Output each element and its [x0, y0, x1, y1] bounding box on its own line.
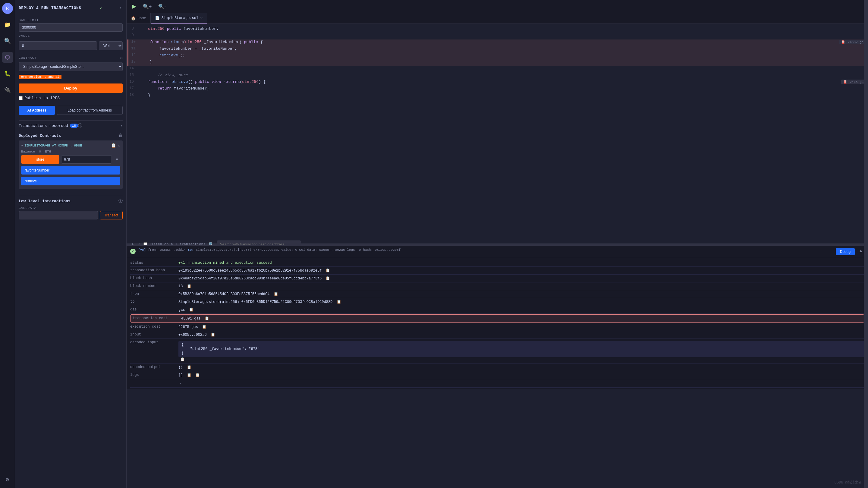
copy-blockhash-icon[interactable]: 📋 [326, 276, 330, 281]
right-scrollbar[interactable] [864, 0, 868, 488]
tab-simplestorage[interactable]: 📄 SimpleStorage.sol ✕ [151, 13, 207, 24]
at-address-button[interactable]: At Address [19, 106, 55, 115]
copy-transaction-cost-icon[interactable]: 📋 [205, 316, 209, 321]
watermark: CSDN @纯洁之者 [835, 480, 862, 485]
copy-blocknumber-icon[interactable]: 📋 [187, 284, 191, 288]
tx-row-blocknumber: block number 18 📋 [130, 282, 864, 290]
plugin-icon[interactable]: 🔌 [2, 84, 13, 95]
left-panel: DEPLOY & RUN TRANSACTIONS ✓ › GAS LIMIT … [15, 0, 127, 488]
calldata-row: Transact [19, 211, 123, 219]
tx-to-label: to: [188, 248, 194, 252]
debug-icon[interactable]: 🐛 [2, 68, 13, 79]
zoom-out-button[interactable]: 🔍- [156, 2, 167, 10]
sol-tab-close[interactable]: ✕ [200, 16, 203, 21]
value-unit-select[interactable]: Wei Gwei Finney Ether [99, 41, 123, 50]
to-value: SimpleStorage.store(uint256) 0x5FD6e855D… [179, 300, 333, 304]
tx-to-text: SimpleStorage.store(uint256) 0x5FD...9d8… [195, 248, 281, 252]
code-line-14: 14 [127, 66, 868, 73]
tx-log-entry: ✓ [vm] from: 0x5B3...eddC4 to: SimpleSto… [127, 246, 868, 258]
publish-checkbox[interactable] [19, 96, 23, 100]
deploy-button[interactable]: Deploy [19, 84, 123, 93]
info-icon: ⓘ [78, 123, 82, 128]
copy-to-icon[interactable]: 📋 [337, 300, 341, 304]
gas-limit-input[interactable] [19, 23, 123, 32]
tx-row-expand: › [130, 379, 864, 388]
store-expand-btn[interactable]: ▼ [114, 156, 120, 163]
block-hash-value: 0x4eabf2c5dab54f20f97d23e5d80263cacc993b… [179, 276, 321, 281]
sol-tab-label: SimpleStorage.sol [161, 16, 198, 20]
debug-button[interactable]: Debug [836, 248, 855, 255]
code-line-16: 16 function retrieve() public view retur… [127, 79, 868, 86]
panel-expand-btn[interactable]: › [119, 5, 123, 10]
copy-txhash-icon[interactable]: 📋 [326, 269, 330, 273]
favorite-number-button[interactable]: favoriteNumber [21, 166, 120, 175]
home-tab-label: Home [137, 16, 146, 21]
gas-limit-label: GAS LIMIT [19, 19, 123, 22]
copy-decoded-input-icon[interactable]: 📋 [180, 358, 185, 362]
transactions-expand-icon[interactable]: › [120, 123, 123, 128]
tx-row-gas: gas gas 📋 [130, 306, 864, 314]
value-input[interactable] [19, 41, 97, 50]
tx-row-input: input 0x605...002a6 📋 [130, 331, 864, 339]
code-line-13: 13 } [127, 59, 868, 66]
deployed-contract-name: SIMPLESTORAGE AT 0X5FD...9D8E [24, 144, 82, 147]
copy-input-icon[interactable]: 📋 [211, 333, 215, 337]
evm-version-text: evm version: shanghai [19, 75, 61, 79]
contract-item: ▼ SIMPLESTORAGE AT 0X5FD...9D8E 📋 ✕ Bala… [19, 141, 123, 189]
tx-row-decoded-input: decoded input { "uint256 _favoriteNumber… [130, 339, 864, 364]
store-function-row: store ▼ [21, 155, 120, 164]
chevron-down-icon[interactable]: ▼ [21, 144, 23, 147]
code-line-18: 18 } [127, 93, 868, 99]
tx-row-to: to SimpleStorage.store(uint256) 0x5FD6e8… [130, 298, 864, 306]
run-button[interactable]: ▶ [130, 2, 138, 11]
transact-button[interactable]: Transact [100, 211, 123, 219]
contract-section: CONTRACT ↻ SimpleStorage - contract/Simp… [19, 55, 123, 71]
retrieve-button[interactable]: retrieve [21, 177, 120, 185]
main-area: ▶ 🔍+ 🔍- 🏠 Home 📄 SimpleStorage.sol ✕ 8 u… [127, 0, 868, 488]
settings-icon[interactable]: ⚙ [2, 474, 13, 485]
code-line-12: 12 retrieve(); [127, 53, 868, 59]
load-contract-button[interactable]: Load contract from Address [57, 106, 123, 115]
gas-value: gas [179, 308, 185, 312]
tx-expand-btn[interactable]: › [179, 381, 182, 386]
low-level-title: Low level interactions [19, 199, 70, 204]
tx-entry-expand-btn[interactable]: ▲ [857, 248, 864, 253]
decoded-input-value: { "uint256 _favoriteNumber": "678"} [179, 341, 864, 357]
copy-gas-icon[interactable]: 📋 [189, 308, 193, 312]
contract-item-header: ▼ SIMPLESTORAGE AT 0X5FD...9D8E 📋 ✕ [21, 143, 120, 148]
delete-contracts-icon[interactable]: 🗑 [119, 133, 123, 138]
tx-hash-value: 0x193c622ee76500c3eee2458b5cd3576a17fb26… [179, 269, 321, 273]
copy-logs-icon[interactable]: 📋 [187, 373, 191, 377]
contract-select[interactable]: SimpleStorage - contract/SimpleStor... [19, 62, 123, 71]
tab-home[interactable]: 🏠 Home [127, 13, 151, 24]
copy-decoded-output-icon[interactable]: 📋 [187, 365, 191, 370]
calldata-input[interactable] [19, 211, 98, 219]
editor-area: 8 uint256 public favoriteNumber; 9 10 fu… [127, 24, 868, 244]
address-row: At Address Load contract from Address [19, 106, 123, 115]
file-explorer-icon[interactable]: 📁 [2, 19, 13, 30]
deploy-icon[interactable]: ⬡ [2, 52, 13, 63]
tx-row-blockhash: block hash 0x4eabf2c5dab54f20f97d23e5d80… [130, 275, 864, 282]
tx-row-status: status 0x1 Transaction mined and executi… [130, 259, 864, 267]
tx-data-text: data: 0x605...002a6 [307, 248, 347, 252]
tab-bar: 🏠 Home 📄 SimpleStorage.sol ✕ [127, 13, 868, 24]
tx-success-indicator: ✓ [130, 249, 135, 254]
copy-logs-icon2[interactable]: 📋 [195, 373, 200, 377]
low-level-section: Low level interactions ⓘ CALLDATA Transa… [19, 195, 123, 219]
tx-from-text: from: 0x5B3...eddC4 [148, 248, 188, 252]
copy-address-icon[interactable]: 📋 [111, 143, 116, 148]
contract-label: CONTRACT [19, 56, 36, 60]
refresh-icon[interactable]: ↻ [120, 55, 123, 60]
store-button[interactable]: store [21, 155, 59, 164]
remove-contract-icon[interactable]: ✕ [118, 143, 120, 148]
code-line-15: 15 // view, pure [127, 73, 868, 79]
copy-execution-cost-icon[interactable]: 📋 [202, 325, 207, 329]
transactions-header[interactable]: Transactions recorded 18 ⓘ › [19, 120, 123, 131]
copy-from-icon[interactable]: 📋 [274, 292, 278, 296]
search-icon[interactable]: 🔍 [2, 36, 13, 47]
code-line-8: 8 uint256 public favoriteNumber; [127, 26, 868, 33]
contract-item-name: ▼ SIMPLESTORAGE AT 0X5FD...9D8E [21, 144, 82, 147]
store-input[interactable] [61, 155, 112, 164]
tx-panel: ✓ [vm] from: 0x5B3...eddC4 to: SimpleSto… [127, 245, 868, 389]
zoom-in-button[interactable]: 🔍+ [141, 2, 153, 10]
